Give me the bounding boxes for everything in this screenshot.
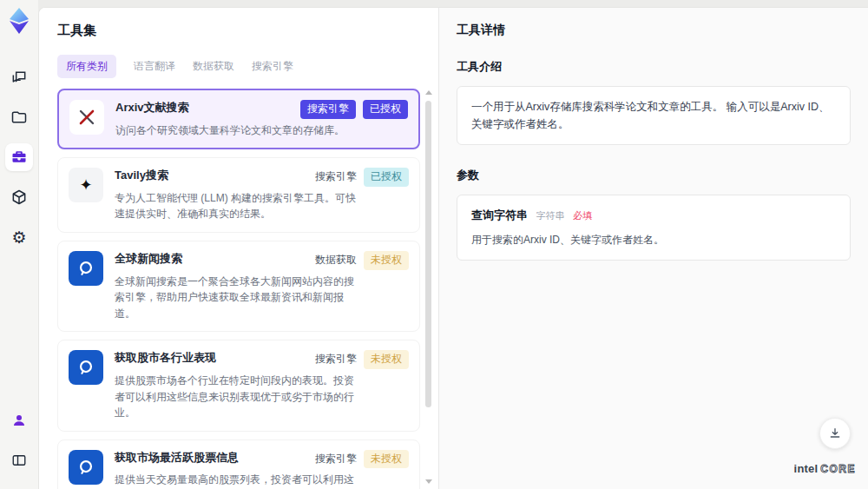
tool-card-global-news[interactable]: 全球新闻搜索 数据获取 未授权 全球新闻搜索是一个聚合全球各大新闻网站内容的搜索… (57, 241, 420, 332)
page-title: 工具集 (57, 23, 438, 39)
param-required-badge: 必填 (573, 210, 592, 221)
tab-language-translation[interactable]: 语言翻译 (134, 55, 175, 78)
auth-status-badge: 已授权 (363, 100, 408, 119)
tool-card-sector-performance[interactable]: 获取股市各行业表现 搜索引擎 未授权 提供股票市场各个行业在特定时间段内的表现。… (57, 340, 420, 431)
layout-panel-icon[interactable] (5, 446, 33, 474)
params-heading: 参数 (457, 168, 851, 183)
download-icon (828, 426, 842, 440)
tab-all-categories[interactable]: 所有类别 (57, 55, 116, 78)
tool-description: 访问各个研究领域大量科学论文和文章的存储库。 (115, 122, 363, 139)
tool-detail-panel: 工具详情 工具介绍 一个用于从Arxiv存储库搜索科学论文和文章的工具。 输入可… (438, 8, 868, 489)
core-logo-text: core (820, 463, 856, 475)
tool-intro-box: 一个用于从Arxiv存储库搜索科学论文和文章的工具。 输入可以是Arxiv ID… (457, 86, 851, 145)
tool-description: 全球新闻搜索是一个聚合全球各大新闻网站内容的搜索引擎，帮助用户快速获取全球最新资… (115, 274, 362, 322)
app-logo-icon[interactable] (7, 7, 31, 35)
category-badge: 数据获取 (315, 251, 357, 270)
tool-card-arxiv[interactable]: Arxiv文献搜索 搜索引擎 已授权 访问各个研究领域大量科学论文和文章的存储库… (57, 89, 420, 149)
intel-logo-text: intel (794, 462, 819, 475)
tab-search-engine[interactable]: 搜索引擎 (252, 55, 293, 78)
sidebar: ⚙ (0, 0, 38, 489)
tool-name: 获取股市各行业表现 (115, 350, 216, 366)
param-name: 查询字符串 (471, 208, 528, 221)
tool-list: Arxiv文献搜索 搜索引擎 已授权 访问各个研究领域大量科学论文和文章的存储库… (57, 89, 432, 489)
arxiv-logo-icon (69, 100, 104, 135)
scroll-up-arrow[interactable] (425, 90, 432, 95)
user-avatar-icon[interactable] (5, 406, 33, 434)
tool-name: 获取市场最活跃股票信息 (115, 450, 239, 466)
param-description: 用于搜索的Arxiv ID、关键字或作者姓名。 (471, 232, 836, 248)
download-button[interactable] (819, 418, 851, 449)
main-content: 工具集 所有类别 语言翻译 数据获取 搜索引擎 (38, 7, 868, 489)
detail-title: 工具详情 (457, 23, 851, 38)
scroll-down-arrow[interactable] (425, 479, 432, 484)
gear-icon[interactable]: ⚙ (5, 223, 33, 251)
param-type: 字符串 (536, 210, 564, 221)
sidebar-bottom (5, 400, 33, 480)
tool-card-tavily[interactable]: ✦ Tavily搜索 搜索引擎 已授权 专为人工智能代理 (LLM) 构建的搜索… (57, 157, 420, 233)
auth-status-badge: 未授权 (364, 450, 409, 469)
tool-collection-panel: 工具集 所有类别 语言翻译 数据获取 搜索引擎 (39, 8, 438, 489)
param-card: 查询字符串 字符串 必填 用于搜索的Arxiv ID、关键字或作者姓名。 (457, 195, 851, 261)
tool-description: 提供当天交易量最高的股票列表，投资者可以利用这些信息来识别流动性强的股票和潜在的… (115, 472, 362, 489)
tool-description: 提供股票市场各个行业在特定时间段内的表现。投资者可以利用这些信息来识别表现优于或… (115, 373, 362, 421)
blue-q-logo-icon (69, 450, 103, 485)
auth-status-badge: 未授权 (364, 350, 409, 369)
blue-q-logo-icon (69, 251, 103, 286)
intel-core-logo: intel core (794, 462, 856, 475)
briefcase-icon[interactable] (5, 143, 33, 171)
intro-heading: 工具介绍 (457, 59, 851, 75)
category-badge: 搜索引擎 (315, 350, 357, 369)
auth-status-badge: 未授权 (364, 251, 409, 270)
tool-description: 专为人工智能代理 (LLM) 构建的搜索引擎工具。可快速提供实时、准确和真实的结… (115, 190, 362, 222)
category-badge: 搜索引擎 (300, 100, 356, 119)
blue-q-logo-icon (69, 350, 103, 385)
tool-name: Arxiv文献搜索 (115, 100, 189, 116)
tab-data-acquisition[interactable]: 数据获取 (193, 55, 234, 78)
category-tabs: 所有类别 语言翻译 数据获取 搜索引擎 (57, 55, 438, 78)
folder-icon[interactable] (5, 103, 33, 131)
chat-icon[interactable] (5, 63, 33, 91)
auth-status-badge: 已授权 (364, 168, 409, 187)
category-badge: 搜索引擎 (315, 168, 357, 187)
scrollbar-thumb[interactable] (425, 101, 431, 407)
tool-name: 全球新闻搜索 (115, 251, 182, 267)
scrollbar[interactable] (424, 90, 432, 484)
tool-card-active-stocks[interactable]: 获取市场最活跃股票信息 搜索引擎 未授权 提供当天交易量最高的股票列表，投资者可… (57, 439, 420, 489)
cube-icon[interactable] (5, 183, 33, 211)
app-window: ⚙ 工具集 所有类别 语言翻译 数据获取 搜索引擎 (0, 0, 868, 489)
category-badge: 搜索引擎 (315, 450, 357, 469)
tavily-star-icon: ✦ (69, 168, 103, 202)
tool-name: Tavily搜索 (115, 168, 168, 183)
